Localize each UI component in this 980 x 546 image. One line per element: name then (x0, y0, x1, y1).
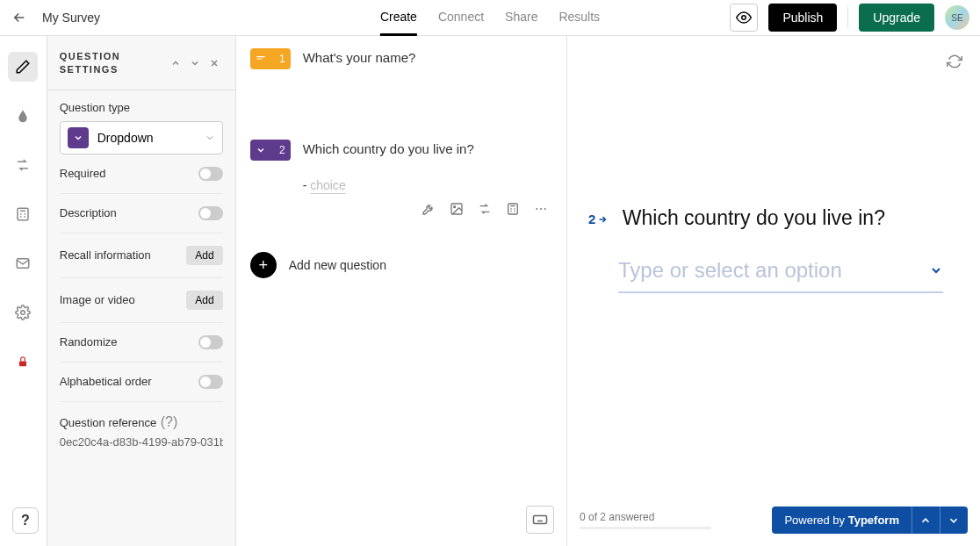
tool-calc[interactable] (505, 201, 521, 217)
settings-header: QUESTION SETTINGS (47, 36, 235, 90)
svg-rect-4 (19, 361, 26, 366)
rail-calculator[interactable] (8, 199, 38, 229)
dropdown-icon (250, 145, 271, 155)
header-tabs: Create Connect Share Results (380, 0, 600, 36)
settings-close[interactable] (209, 58, 223, 68)
main: QUESTION SETTINGS Question type Dropdown… (0, 36, 980, 546)
brand-pre: Powered by (784, 514, 847, 527)
chevron-down-icon (929, 263, 943, 277)
logic-icon (15, 157, 31, 173)
settings-up[interactable] (170, 58, 184, 68)
preview-nav-up[interactable] (912, 506, 940, 534)
preview-brand-wrap: Powered by Typeform (772, 506, 968, 534)
question-type-dropdown[interactable]: Dropdown (60, 121, 223, 154)
tool-image[interactable] (449, 201, 465, 217)
preview-body: 2 Which country do you live in? Type or … (580, 48, 968, 293)
back-arrow-icon[interactable] (11, 9, 28, 26)
chevron-down-icon (190, 58, 200, 68)
tool-logic[interactable] (477, 201, 493, 217)
choice-placeholder: choice (310, 178, 345, 194)
settings-title-l1: QUESTION (60, 51, 120, 61)
question-2[interactable]: 2 Which country do you live in? (250, 140, 552, 161)
settings-body: Question type Dropdown Required Descript… (47, 90, 235, 471)
image-video-label: Image or video (60, 293, 135, 306)
question-type-value: Dropdown (97, 131, 196, 145)
tab-connect[interactable]: Connect (438, 0, 484, 36)
alpha-label: Alphabetical order (60, 375, 152, 388)
question-1-text: What's your name? (303, 48, 416, 65)
arrow-right-icon (597, 214, 608, 225)
tab-results[interactable]: Results (558, 0, 600, 36)
alpha-row: Alphabetical order (60, 363, 223, 402)
add-question-row: + Add new question (250, 252, 552, 278)
preview-question-number: 2 (588, 212, 608, 226)
svg-point-3 (21, 311, 25, 315)
rail-content[interactable] (8, 52, 38, 82)
avatar[interactable]: SE (945, 5, 969, 30)
tool-settings[interactable] (421, 201, 436, 217)
svg-point-0 (742, 16, 746, 20)
question-2-number: 2 (279, 144, 285, 156)
description-label: Description (60, 206, 117, 219)
refresh-button[interactable] (941, 48, 968, 75)
svg-point-6 (454, 206, 456, 208)
choice-input-line[interactable]: - choice (303, 178, 552, 192)
refresh-icon (947, 54, 962, 69)
question-2-badge: 2 (250, 140, 291, 161)
rail-logic[interactable] (8, 150, 38, 180)
calculator-icon (506, 202, 520, 216)
short-text-icon (250, 53, 271, 65)
preview-dropdown-input[interactable]: Type or select an option (618, 258, 943, 293)
svg-point-8 (536, 208, 537, 210)
settings-controls (170, 58, 223, 68)
rail-design[interactable] (8, 101, 38, 131)
required-toggle[interactable] (198, 167, 223, 181)
preview-brand[interactable]: Powered by Typeform (772, 506, 912, 534)
preview-progress: 0 of 2 answered (580, 511, 711, 523)
required-row: Required (60, 154, 223, 194)
keyboard-icon (532, 512, 548, 528)
wrench-icon (422, 202, 436, 216)
add-question-label[interactable]: Add new question (289, 258, 386, 272)
publish-button[interactable]: Publish (768, 4, 837, 32)
preview-nav-down[interactable] (940, 506, 968, 534)
logic-icon (478, 202, 492, 216)
question-type-label: Question type (60, 101, 223, 114)
lock-icon (17, 356, 29, 368)
required-label: Required (60, 167, 106, 180)
recall-add-button[interactable]: Add (186, 246, 222, 265)
tab-create[interactable]: Create (380, 0, 417, 36)
divider (847, 7, 848, 28)
alpha-toggle[interactable] (198, 375, 223, 389)
reference-help[interactable]: (?) (161, 414, 178, 429)
chevron-down-icon (948, 514, 960, 527)
tab-share[interactable]: Share (505, 0, 537, 36)
upgrade-button[interactable]: Upgrade (859, 4, 934, 32)
randomize-toggle[interactable] (198, 335, 223, 349)
recall-row: Recall information Add (60, 233, 223, 278)
dropdown-type-icon (68, 127, 89, 148)
question-1-badge: 1 (250, 48, 291, 69)
rail-access[interactable] (8, 347, 38, 377)
description-toggle[interactable] (198, 206, 223, 220)
preview-button[interactable] (730, 4, 758, 32)
question-2-text: Which country do you live in? (303, 140, 474, 156)
settings-panel: QUESTION SETTINGS Question type Dropdown… (47, 36, 236, 546)
randomize-row: Randomize (60, 323, 223, 363)
keyboard-button[interactable] (526, 506, 554, 534)
help-button[interactable]: ? (12, 507, 39, 534)
settings-down[interactable] (190, 58, 204, 68)
brand-name: Typeform (848, 514, 899, 527)
tool-more[interactable] (533, 201, 549, 217)
svg-rect-11 (533, 516, 546, 524)
header-right: Publish Upgrade SE (730, 4, 969, 32)
survey-title[interactable]: My Survey (42, 11, 100, 25)
svg-rect-7 (508, 204, 518, 214)
question-toolbar (250, 201, 552, 217)
rail-settings[interactable] (8, 298, 38, 327)
question-1[interactable]: 1 What's your name? (250, 48, 552, 69)
image-video-add-button[interactable]: Add (186, 291, 222, 310)
add-question-button[interactable]: + (250, 252, 277, 278)
rail-email[interactable] (8, 248, 38, 278)
image-icon (450, 202, 464, 216)
